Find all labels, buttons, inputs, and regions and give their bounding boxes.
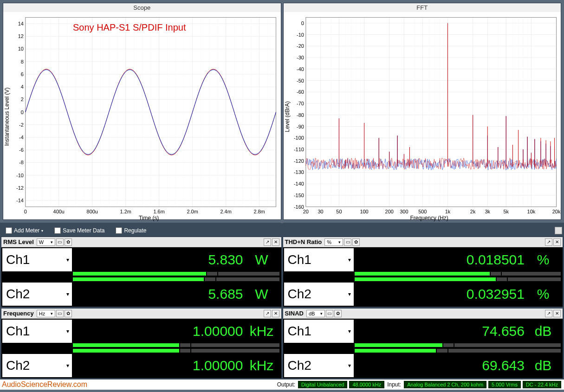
svg-text:-2: -2 <box>19 122 24 128</box>
svg-text:-150: -150 <box>293 193 304 198</box>
rms-zoom-icon[interactable]: ▭ <box>56 238 64 246</box>
input-bw[interactable]: DC - 22.4 kHz <box>523 381 561 388</box>
input-level[interactable]: 5.000 Vrms <box>488 381 521 388</box>
meter-toolbar: Add Meter ▾ Save Meter Data Regulate <box>0 225 564 236</box>
fft-body[interactable]: Level (dBrA) Frequency (Hz) -160-150-140… <box>284 12 561 221</box>
thdn-ch2-bar <box>355 277 561 281</box>
thdn-close-icon[interactable]: ✕ <box>553 238 561 246</box>
freq-unit-select[interactable]: Hz <box>37 310 55 317</box>
rms-ch1-label[interactable]: Ch1 <box>2 248 72 271</box>
svg-text:0: 0 <box>301 20 304 26</box>
svg-text:100: 100 <box>360 209 368 214</box>
freq-ch1-reading: 1.00000 kHz <box>72 320 280 343</box>
rms-unit-select[interactable]: W <box>37 238 55 246</box>
freq-ch2-unit: kHz <box>243 358 280 373</box>
fft-traces <box>305 23 556 170</box>
rms-ch1-reading: 5.830 W <box>72 248 280 271</box>
thdn-popout-icon[interactable]: ↗ <box>545 238 552 246</box>
rms-ch1-bar <box>73 272 279 276</box>
rms-ch2-row: Ch2 5.685 W <box>2 283 280 306</box>
rms-header: RMS Level W ▭ ✿ ↗ ✕ <box>1 237 281 247</box>
thdn-gear-icon[interactable]: ✿ <box>352 238 360 246</box>
thdn-ch1-bar <box>355 272 561 276</box>
thdn-ch1-reading: 0.018501 % <box>354 248 562 271</box>
sinad-ch1-row: Ch1 74.656 dB <box>284 320 562 343</box>
rms-ch2-bar <box>73 277 279 281</box>
sinad-close-icon[interactable]: ✕ <box>553 310 561 317</box>
rms-ch2-label[interactable]: Ch2 <box>2 283 72 306</box>
sinad-bars <box>284 343 562 354</box>
thdn-ch1-label[interactable]: Ch1 <box>284 248 354 271</box>
fft-ylabel: Level (dBrA) <box>284 101 290 132</box>
add-meter-button[interactable]: Add Meter ▾ <box>2 226 47 235</box>
freq-ch1-row: Ch1 1.00000 kHz <box>2 320 280 343</box>
svg-text:-90: -90 <box>297 124 304 129</box>
regulate-button[interactable]: Regulate <box>112 226 150 235</box>
save-meter-button[interactable]: Save Meter Data <box>51 226 108 235</box>
svg-text:2: 2 <box>21 96 24 102</box>
freq-bars <box>2 343 280 354</box>
rms-ch1-unit: W <box>243 252 280 268</box>
freq-zoom-icon[interactable]: ▭ <box>56 310 64 317</box>
svg-text:-40: -40 <box>297 66 304 72</box>
thdn-ch1-unit: % <box>525 252 562 268</box>
rms-ch2-unit: W <box>243 286 280 302</box>
svg-text:-110: -110 <box>293 147 304 152</box>
rms-ch1-row: Ch1 5.830 W <box>2 248 280 271</box>
freq-gear-icon[interactable]: ✿ <box>65 310 72 317</box>
scope-xticks: 0400u800u1.2m1.6m2.0m2.4m2.8m <box>24 209 265 214</box>
sinad-ch2-label[interactable]: Ch2 <box>284 354 354 377</box>
svg-text:-14: -14 <box>16 198 24 203</box>
rms-close-icon[interactable]: ✕ <box>272 238 279 246</box>
svg-text:20: 20 <box>303 209 308 214</box>
svg-text:-80: -80 <box>297 112 304 118</box>
freq-ch1-unit: kHz <box>243 323 280 339</box>
svg-text:10: 10 <box>18 46 24 51</box>
freq-ch2-row: Ch2 1.00000 kHz <box>2 354 280 377</box>
freq-popout-icon[interactable]: ↗ <box>264 310 271 317</box>
freq-header: Frequency Hz ▭ ✿ ↗ ✕ <box>1 308 281 319</box>
sinad-ch2-reading: 69.643 dB <box>354 354 562 377</box>
freq-ch1-label[interactable]: Ch1 <box>2 320 72 343</box>
svg-text:1.2m: 1.2m <box>120 209 131 214</box>
sinad-popout-icon[interactable]: ↗ <box>545 310 552 317</box>
output-mode[interactable]: Digital Unbalanced <box>298 381 347 388</box>
scope-panel: Scope Sony HAP-S1 S/PDIF Input Instantan… <box>3 3 281 220</box>
rms-gear-icon[interactable]: ✿ <box>65 238 72 246</box>
svg-text:0: 0 <box>21 109 24 115</box>
svg-text:2.4m: 2.4m <box>220 209 231 214</box>
thdn-zoom-icon[interactable]: ▭ <box>344 238 351 246</box>
svg-text:2k: 2k <box>470 209 475 214</box>
scope-body[interactable]: Sony HAP-S1 S/PDIF Input Instantaneous L… <box>3 12 281 221</box>
thdn-unit-select[interactable]: % <box>324 238 343 246</box>
thdn-ch2-label[interactable]: Ch2 <box>284 283 354 306</box>
fft-yticks: -160-150-140-130-120-110-100-90-80-70-60… <box>293 20 304 210</box>
scope-svg: Instantaneous Level (V) Time (s) -14-12-… <box>3 12 281 221</box>
output-rate[interactable]: 48.0000 kHz <box>349 381 384 388</box>
sinad-ch1-label[interactable]: Ch1 <box>284 320 354 343</box>
sinad-ch2-value: 69.643 <box>482 358 525 373</box>
svg-text:-8: -8 <box>19 160 24 165</box>
sinad-zoom-icon[interactable]: ▭ <box>326 310 333 317</box>
sinad-unit-select[interactable]: dB <box>306 310 325 317</box>
sinad-ch1-value: 74.656 <box>482 323 525 339</box>
freq-title: Frequency <box>3 310 34 317</box>
svg-text:-20: -20 <box>297 43 304 49</box>
thdn-ch2-value: 0.032951 <box>467 286 525 302</box>
thdn-ch1-value: 0.018501 <box>467 252 525 268</box>
save-meter-label: Save Meter Data <box>63 227 104 234</box>
svg-text:-12: -12 <box>16 185 24 191</box>
rms-popout-icon[interactable]: ↗ <box>264 238 271 246</box>
add-meter-label: Add Meter <box>14 227 39 234</box>
svg-text:-10: -10 <box>16 173 24 178</box>
freq-ch2-reading: 1.00000 kHz <box>72 354 280 377</box>
export-button[interactable] <box>555 227 562 234</box>
freq-ch2-label[interactable]: Ch2 <box>2 354 72 377</box>
sinad-gear-icon[interactable]: ✿ <box>334 310 342 317</box>
svg-text:-50: -50 <box>297 78 304 84</box>
sinad-ch2-bar <box>355 349 561 353</box>
svg-rect-136 <box>305 17 556 206</box>
freq-close-icon[interactable]: ✕ <box>272 310 279 317</box>
input-mode[interactable]: Analog Balanced 2 Ch, 200 kohm <box>404 381 486 388</box>
svg-text:1.6m: 1.6m <box>153 209 164 214</box>
